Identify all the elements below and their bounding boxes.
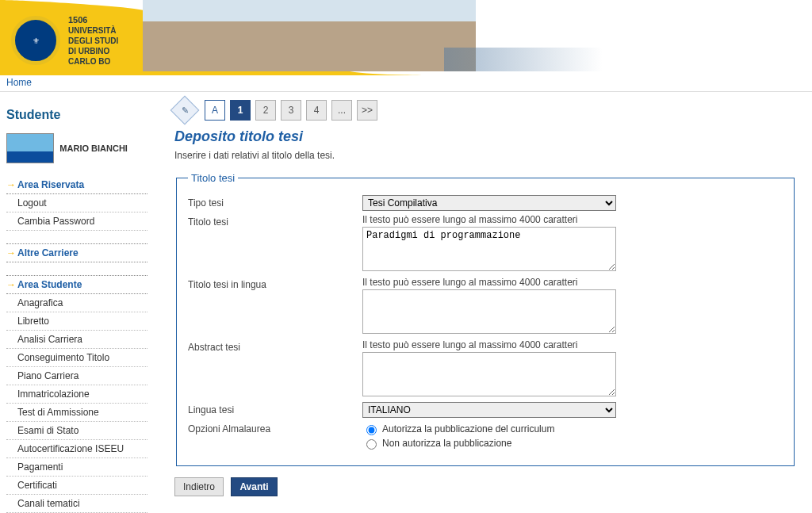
form-buttons: Indietro Avanti bbox=[174, 477, 796, 496]
banner-fade bbox=[444, 48, 603, 71]
back-button[interactable]: Indietro bbox=[174, 477, 224, 496]
wizard-icon: ✎ bbox=[170, 96, 200, 125]
lingua-select[interactable]: ITALIANO bbox=[362, 402, 616, 418]
sidebar-title: Studente bbox=[6, 108, 147, 122]
sidebar-item-test-di-ammissione[interactable]: Test di Ammissione bbox=[6, 404, 147, 422]
alma-radio-authorize-label[interactable]: Autorizza la pubblicazione del curriculu… bbox=[382, 423, 554, 435]
titolo-tesi-hint: Il testo può essere lungo al massimo 400… bbox=[362, 214, 783, 225]
sidebar-item-certificati[interactable]: Certificati bbox=[6, 477, 147, 495]
sidebar-item-logout[interactable]: Logout bbox=[6, 194, 147, 212]
header-banner: ⚜ 1506 UNIVERSITÀ DEGLI STUDI DI URBINO … bbox=[0, 0, 812, 75]
titolo-tesi-textarea[interactable] bbox=[362, 227, 616, 271]
logo-text: 1506 UNIVERSITÀ DEGLI STUDI DI URBINO CA… bbox=[68, 14, 118, 67]
abstract-hint: Il testo può essere lungo al massimo 400… bbox=[362, 339, 783, 350]
sidebar-item-anagrafica[interactable]: Anagrafica bbox=[6, 294, 147, 312]
page-title: Deposito titolo tesi bbox=[174, 128, 796, 145]
titolo-lingua-hint: Il testo può essere lungo al massimo 400… bbox=[362, 277, 783, 288]
abstract-label: Abstract tesi bbox=[188, 339, 362, 353]
logo-line-1: UNIVERSITÀ bbox=[68, 25, 118, 36]
alma-radio-authorize[interactable] bbox=[366, 425, 377, 435]
fieldset-legend: Titolo tesi bbox=[188, 172, 238, 184]
logo-line-2: DEGLI STUDI bbox=[68, 36, 118, 46]
sidebar-item-libretto[interactable]: Libretto bbox=[6, 312, 147, 331]
student-card: MARIO BIANCHI bbox=[6, 133, 147, 163]
top-tabs: Home bbox=[0, 75, 812, 92]
sidebar-item-canali-tematici[interactable]: Canali tematici bbox=[6, 495, 147, 513]
sidebar-group-area-riservata[interactable]: Area Riservata bbox=[6, 176, 147, 194]
wizard-step-1[interactable]: 1 bbox=[230, 100, 251, 121]
tipo-tesi-label: Tipo tesi bbox=[188, 195, 362, 209]
forward-button[interactable]: Avanti bbox=[231, 477, 277, 496]
sidebar-item-conseguimento-titolo[interactable]: Conseguimento Titolo bbox=[6, 349, 147, 367]
sidebar-item-analisi-carriera[interactable]: Analisi Carriera bbox=[6, 331, 147, 349]
sidebar-item-immatricolazione[interactable]: Immatricolazione bbox=[6, 385, 147, 404]
wizard-step-A[interactable]: A bbox=[205, 100, 225, 121]
university-seal-icon: ⚜ bbox=[11, 16, 60, 65]
wizard-step-4[interactable]: 4 bbox=[306, 100, 327, 121]
sidebar-item-cambia-password[interactable]: Cambia Password bbox=[6, 212, 147, 231]
banner-castle-image bbox=[143, 0, 476, 71]
wizard-step-3[interactable]: 3 bbox=[281, 100, 301, 121]
alma-label: Opzioni Almalaurea bbox=[188, 421, 362, 435]
wizard-step-[interactable]: >> bbox=[357, 100, 377, 121]
abstract-textarea[interactable] bbox=[362, 352, 616, 396]
alma-radio-deny-label[interactable]: Non autorizza la pubblicazione bbox=[382, 438, 511, 449]
student-name: MARIO BIANCHI bbox=[59, 144, 128, 153]
wizard-step-2[interactable]: 2 bbox=[255, 100, 276, 121]
sidebar-item-esami-di-stato[interactable]: Esami di Stato bbox=[6, 422, 147, 440]
logo-year: 1506 bbox=[68, 14, 118, 25]
alma-radio-deny[interactable] bbox=[366, 439, 377, 450]
sidebar-item-piano-carriera[interactable]: Piano Carriera bbox=[6, 367, 147, 385]
logo-line-3: DI URBINO bbox=[68, 46, 118, 56]
sidebar-group-altre-carriere[interactable]: Altre Carriere bbox=[6, 243, 147, 262]
titolo-lingua-label: Titolo tesi in lingua bbox=[188, 277, 362, 290]
titolo-tesi-fieldset: Titolo tesi Tipo tesi Tesi Compilativa T… bbox=[176, 172, 795, 466]
tipo-tesi-select[interactable]: Tesi Compilativa bbox=[362, 195, 616, 211]
titolo-tesi-label: Titolo tesi bbox=[188, 214, 362, 228]
lingua-label: Lingua tesi bbox=[188, 402, 362, 415]
wizard-steps: ✎ A1234...>> bbox=[174, 100, 796, 121]
sidebar-group-area-studente[interactable]: Area Studente bbox=[6, 275, 147, 294]
sidebar-item-autocertificazione-iseeu[interactable]: Autocertificazione ISEEU bbox=[6, 440, 147, 458]
main-content: ✎ A1234...>> Deposito titolo tesi Inseri… bbox=[159, 92, 812, 512]
wizard-step-[interactable]: ... bbox=[331, 100, 352, 121]
sidebar-item-pagamenti[interactable]: Pagamenti bbox=[6, 458, 147, 477]
logo-line-4: CARLO BO bbox=[68, 56, 118, 67]
student-photo bbox=[6, 133, 54, 163]
titolo-lingua-textarea[interactable] bbox=[362, 289, 616, 334]
logo-block: ⚜ 1506 UNIVERSITÀ DEGLI STUDI DI URBINO … bbox=[11, 14, 118, 67]
sidebar: Studente MARIO BIANCHI Area RiservataLog… bbox=[0, 92, 147, 513]
page-description: Inserire i dati relativi al titolo della… bbox=[174, 150, 796, 161]
tab-home[interactable]: Home bbox=[6, 77, 32, 88]
